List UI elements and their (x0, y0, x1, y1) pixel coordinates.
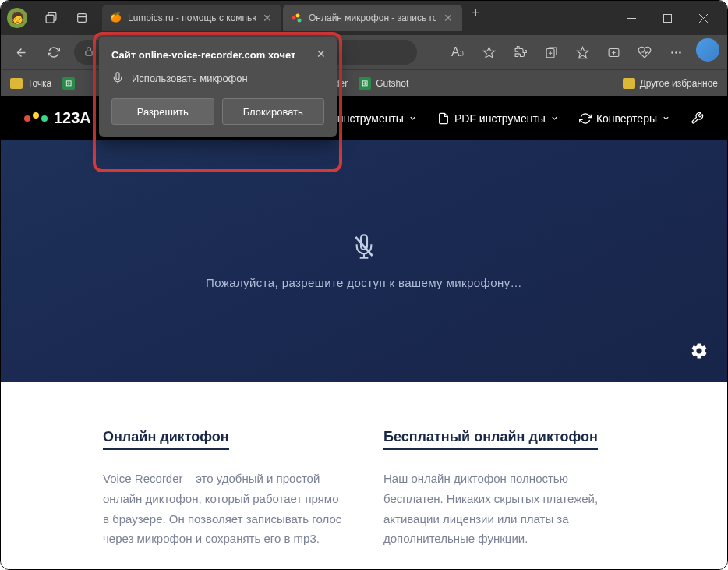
svg-point-3 (292, 16, 296, 20)
favorites-bar-icon[interactable] (568, 38, 596, 66)
close-icon[interactable]: ✕ (316, 48, 326, 60)
performance-icon[interactable] (631, 38, 659, 66)
info-section: Онлайн диктофон Voice Recorder – это удо… (1, 382, 727, 569)
hero-section: Пожалуйста, разрешите доступ к вашему ми… (1, 140, 727, 382)
document-icon (437, 112, 450, 125)
more-icon[interactable] (662, 38, 690, 66)
tab-favicon-icon (291, 12, 303, 24)
microphone-icon (111, 72, 124, 84)
info-column: Онлайн диктофон Voice Recorder – это удо… (103, 429, 345, 549)
bookmark-item[interactable]: ⊞Gutshot (359, 77, 408, 90)
column-body: Наш онлайн диктофон полностью бесплатен.… (383, 469, 625, 549)
bookmark-item[interactable]: ⊞ (62, 77, 75, 90)
column-body: Voice Recorder – это удобный и простой о… (103, 469, 345, 549)
tab-actions-icon[interactable] (68, 4, 96, 32)
nav-converters[interactable]: Конвертеры (579, 112, 670, 125)
sheets-icon: ⊞ (62, 77, 75, 90)
svg-point-5 (298, 19, 302, 23)
permission-request-text: Использовать микрофон (132, 73, 248, 84)
back-button[interactable] (9, 40, 34, 65)
chevron-down-icon (662, 114, 670, 122)
permission-title: Сайт online-voice-recorder.com хочет (111, 49, 324, 61)
chevron-down-icon (408, 114, 417, 122)
lock-icon (83, 46, 94, 59)
maximize-button[interactable] (649, 5, 685, 30)
svg-point-21 (675, 51, 677, 54)
window-controls (613, 5, 721, 30)
logo-dots-icon (24, 115, 48, 122)
tab-favicon-icon: 🍊 (110, 12, 122, 24)
site-logo[interactable]: 123A (24, 109, 91, 127)
nav-tools[interactable] (691, 112, 704, 125)
bookmark-other-folder[interactable]: Другое избранное (623, 78, 718, 89)
close-icon[interactable]: ✕ (442, 12, 454, 24)
svg-rect-10 (86, 51, 92, 55)
browser-tab[interactable]: 🍊 Lumpics.ru - помощь с компьюте ✕ (102, 5, 281, 31)
svg-point-20 (671, 51, 673, 54)
tab-strip: 🍊 Lumpics.ru - помощь с компьюте ✕ Онлай… (102, 5, 610, 31)
folder-icon (10, 78, 23, 89)
copilot-button[interactable] (696, 38, 719, 62)
block-button[interactable]: Блокировать (222, 98, 325, 125)
allow-button[interactable]: Разрешить (111, 98, 214, 125)
collections-icon[interactable] (537, 38, 565, 66)
minimize-button[interactable] (613, 5, 649, 30)
profile-avatar[interactable]: 🧑 (7, 8, 27, 28)
nav-pdf-tools[interactable]: PDF инструменты (437, 112, 559, 125)
svg-rect-1 (78, 14, 87, 23)
column-title: Онлайн диктофон (103, 429, 229, 450)
tools-icon (691, 112, 704, 125)
chevron-down-icon (550, 114, 559, 122)
svg-rect-0 (46, 15, 54, 23)
info-column: Бесплатный онлайн диктофон Наш онлайн ди… (383, 429, 625, 549)
svg-rect-7 (663, 14, 671, 22)
settings-button[interactable] (690, 342, 709, 363)
tab-title: Lumpics.ru - помощь с компьюте (128, 12, 256, 23)
column-title: Бесплатный онлайн диктофон (383, 429, 598, 450)
browser-tab[interactable]: Онлайн микрофон - запись голо ✕ (283, 5, 462, 31)
new-tab-button[interactable]: + (464, 5, 488, 31)
browser-titlebar: 🧑 🍊 Lumpics.ru - помощь с компьюте ✕ Онл… (1, 1, 727, 35)
permission-request-row: Использовать микрофон (111, 72, 324, 84)
permission-dialog: Сайт online-voice-recorder.com хочет ✕ И… (99, 37, 337, 137)
folder-icon (623, 78, 635, 89)
read-aloud-icon[interactable]: A)) (444, 38, 472, 66)
refresh-icon (579, 112, 592, 125)
favorite-icon[interactable] (475, 38, 503, 66)
sheets-icon: ⊞ (359, 77, 371, 90)
workspaces-icon[interactable] (37, 4, 65, 32)
refresh-button[interactable] (41, 40, 66, 65)
hero-message: Пожалуйста, разрешите доступ к вашему ми… (206, 276, 522, 289)
tab-title: Онлайн микрофон - запись голо (309, 12, 436, 23)
svg-point-4 (296, 14, 300, 18)
app-icon[interactable] (599, 38, 627, 66)
bookmark-item[interactable]: Точка (10, 78, 51, 89)
close-icon[interactable]: ✕ (261, 12, 274, 24)
svg-point-22 (679, 51, 681, 54)
page-viewport: 123A ио инструменты PDF инструменты Конв… (1, 96, 727, 569)
close-button[interactable] (685, 5, 721, 30)
microphone-muted-icon (352, 234, 376, 262)
extensions-icon[interactable] (506, 38, 534, 66)
